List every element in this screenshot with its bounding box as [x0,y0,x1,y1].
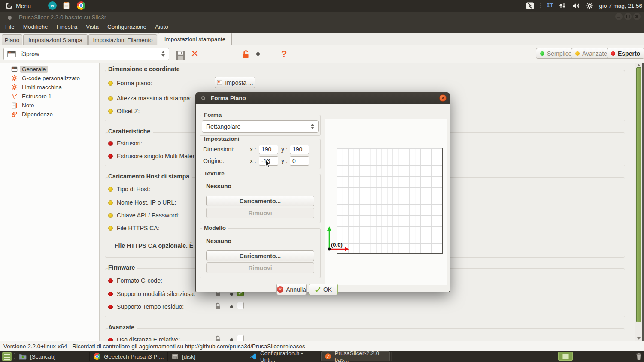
ok-button[interactable]: OK [309,284,338,295]
texture-remove-button[interactable]: Rimuovi [206,208,314,218]
tab-impostazioni-stampa[interactable]: Impostazioni Stampa [23,34,88,45]
keyboard-layout-indicator[interactable]: IT [547,3,553,9]
yellow-dot-icon [108,96,113,101]
scroll-up-icon[interactable] [637,64,641,66]
remaining-time-checkbox[interactable] [237,302,244,309]
vscode-icon [250,353,257,360]
dialog-titlebar[interactable]: Forma Piano ✕ [195,92,450,104]
origine-label: Origine: [203,157,224,164]
setting-row-estrusori: Estrusori: [108,140,142,147]
maximize-button[interactable] [624,13,632,20]
settings-sidebar: Generale G-code personalizzato Limiti ma… [0,63,100,341]
mode-avanzate-button[interactable]: Avanzate [571,48,611,59]
y-label: y : [281,157,288,164]
dialog-close-icon[interactable]: ✕ [439,94,447,102]
yellow-dot-icon [108,187,113,192]
sidebar-item-note[interactable]: Note [11,101,36,110]
content-scrollbar[interactable] [635,63,642,341]
size-y-input[interactable] [290,145,309,154]
taskbar-item-prusaslicer[interactable]: PrusaSlicer-2.2.0 bas... [321,351,390,361]
red-dot-icon [108,292,113,296]
texture-load-button[interactable]: Caricamento... [206,196,314,206]
taskbar-item-scaricati[interactable]: [Scaricati] [15,351,88,362]
size-x-input[interactable] [259,145,278,154]
sidebar-item-generale[interactable]: Generale [11,65,48,74]
forma-frame-label: Forma [202,112,223,118]
revert-dot-icon [230,293,233,296]
printer-preset-value: i3prow [21,51,39,57]
tab-impostazioni-filamento[interactable]: Impostazioni Filamento [88,34,157,45]
setting-row-modalita-silenziosa: Supporto modalità silenziosa: [108,290,195,297]
printer-preset-combo[interactable]: i3prow [3,48,169,60]
taskbar-separator [14,353,15,359]
model-remove-button[interactable]: Rimuovi [206,262,314,273]
help-icon[interactable]: ? [281,48,287,60]
arduino-launcher-icon[interactable]: ∞ [48,1,57,10]
menu-finestra[interactable]: Finestra [52,21,82,33]
taskbar-item-geeetech[interactable]: Geeetech Prusa i3 Pr... [90,351,167,362]
menu-modifiche[interactable]: Modifiche [19,21,52,33]
shape-dropdown-value: Rettangolare [206,123,240,130]
forma-piano-dialog: Forma Piano ✕ Forma Rettangolare Imposta… [195,92,450,292]
sidebar-item-estrusore-1[interactable]: Estrusore 1 [11,92,53,101]
yellow-dot-icon [108,213,113,218]
bed-shape-icon [217,80,222,85]
unlock-icon[interactable] [241,50,250,59]
annulla-button[interactable]: ✕ Annulla [276,284,307,295]
taskbar-divider [89,352,90,361]
menu-file[interactable]: File [1,21,19,33]
scroll-down-icon[interactable] [637,337,641,340]
save-preset-icon[interactable] [176,51,185,60]
mode-semplice-button[interactable]: Semplice [536,48,576,59]
setting-row-forma-piano: Forma piano: [108,80,152,87]
desktop: Menu ∞ IT [0,0,644,362]
scrollbar-thumb[interactable] [636,67,641,322]
taskbar-item-disk[interactable]: [disk] [168,351,245,362]
mode-esperto-button[interactable]: Esperto [607,48,644,59]
impostazioni-frame-label: Impostazioni [202,136,241,142]
amber-mode-dot-icon [575,51,580,56]
dialog-window-icon [201,96,205,100]
menu-vista[interactable]: Vista [82,21,103,33]
minimize-button[interactable] [615,13,623,20]
screenshot-indicator-icon[interactable] [526,2,534,10]
dropdown-spinner-icon[interactable] [311,124,314,129]
origin-y-input[interactable] [290,156,309,166]
taskbar-item-configuration-h[interactable]: Configuration.h - Unti... [246,351,319,362]
combo-spinner-icon[interactable] [161,51,165,57]
tab-piano[interactable]: Piano [2,34,22,45]
mate-menu-button[interactable]: Menu [3,0,33,12]
main-tab-bar: Piano Impostazioni Stampa Impostazioni F… [0,33,644,45]
sidebar-item-gcode-personalizzato[interactable]: G-code personalizzato [11,74,82,83]
setting-row-tipo-host: Tipo di Host: [108,186,150,193]
volume-indicator-icon[interactable] [572,2,580,9]
trash-icon[interactable] [635,352,642,361]
settings-gear-icon[interactable] [586,2,593,9]
imposta-button[interactable]: Imposta ... [215,77,255,88]
shape-dropdown[interactable]: Rettangolare [202,120,319,133]
close-button[interactable] [633,13,641,20]
tab-impostazioni-stampante[interactable]: Impostazioni stampante [158,33,232,45]
menu-aiuto[interactable]: Aiuto [151,21,173,33]
menu-configurazione[interactable]: Configurazione [103,21,151,33]
delete-preset-icon[interactable]: ✕ [191,49,199,58]
printer-icon [7,50,16,58]
window-list-icon[interactable] [2,352,12,361]
group-title-caricamento-host: Caricamento Host di stampa [108,173,192,180]
chrome-launcher-icon[interactable] [77,1,85,10]
software-launcher-icon[interactable] [62,1,70,10]
prusaslicer-window-titlebar: PrusaSlicer-2.2.0 basato su Slic3r File … [0,12,644,33]
lock-icon[interactable] [214,302,221,310]
clock[interactable]: gio 7 mag, 21.56 [599,3,642,9]
network-indicator-icon[interactable] [559,2,566,9]
funnel-icon [11,93,18,100]
dialog-title: Forma Piano [211,95,246,101]
workspace-switcher[interactable] [558,352,573,361]
sidebar-item-limiti-macchina[interactable]: Limiti macchina [11,83,64,92]
taskbar-divider [391,352,391,361]
sidebar-item-dipendenze[interactable]: Dipendenze [11,110,55,119]
model-load-button[interactable]: Caricamento... [206,250,314,261]
cancel-x-icon: ✕ [277,286,283,293]
yellow-dot-icon [108,81,113,86]
gear-icon [11,75,18,81]
